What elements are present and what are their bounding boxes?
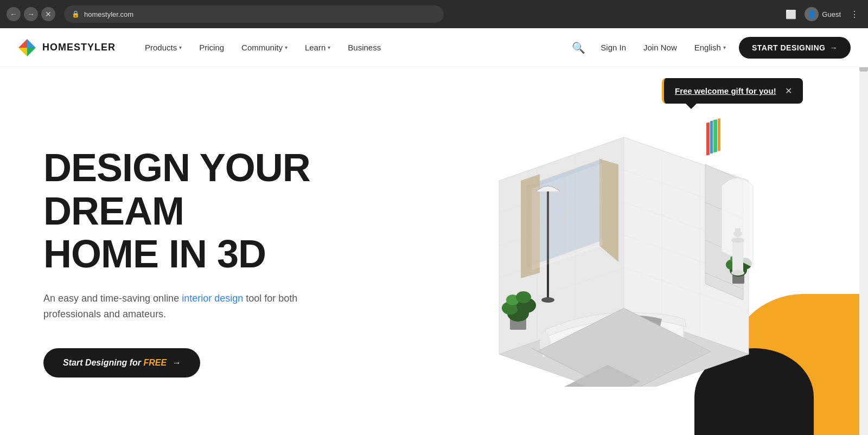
navbar: HOMESTYLER Products ▾ Pricing Community … [0, 28, 868, 67]
svg-marker-3 [18, 48, 27, 56]
chevron-down-icon-4: ▾ [723, 44, 726, 50]
svg-rect-56 [732, 240, 743, 273]
room-svg [456, 105, 792, 387]
hero-content: DESIGN YOUR DREAM HOME IN 3D An easy and… [43, 125, 412, 377]
language-button[interactable]: English ▾ [690, 41, 730, 54]
browser-nav-buttons: ← → ✕ [7, 7, 55, 21]
logo-icon [17, 38, 37, 57]
nav-right: 🔍 Sign In Join Now English ▾ START DESIG… [570, 37, 851, 59]
nav-pricing[interactable]: Pricing [192, 39, 232, 56]
guest-label: Guest [822, 10, 841, 18]
sign-in-button[interactable]: Sign In [596, 41, 630, 54]
lock-icon: 🔒 [72, 10, 80, 18]
browser-right-controls: ⬜ 👤 Guest ⋮ [784, 7, 861, 21]
tooltip-text[interactable]: Free welcome gift for you! [675, 86, 776, 95]
logo-text: HOMESTYLER [42, 42, 116, 53]
hero-section: DESIGN YOUR DREAM HOME IN 3D An easy and… [0, 67, 868, 435]
svg-marker-2 [27, 39, 36, 48]
start-designing-nav-button[interactable]: START DESIGNING → [739, 37, 851, 59]
svg-rect-41 [706, 122, 710, 155]
back-button[interactable]: ← [7, 7, 21, 21]
scrollbar[interactable] [859, 28, 868, 435]
cta-arrow-icon: → [172, 358, 181, 368]
svg-rect-43 [713, 119, 717, 152]
url-text: homestyler.com [84, 10, 133, 18]
svg-rect-44 [718, 118, 720, 151]
nav-products[interactable]: Products ▾ [137, 39, 189, 56]
join-now-button[interactable]: Join Now [639, 41, 681, 54]
close-button[interactable]: ✕ [41, 7, 55, 21]
svg-marker-1 [18, 39, 27, 48]
logo-link[interactable]: HOMESTYLER [17, 38, 116, 57]
guest-profile-button[interactable]: 👤 Guest [805, 7, 841, 21]
svg-point-30 [541, 297, 554, 303]
guest-avatar: 👤 [805, 7, 819, 21]
room-3d-illustration [401, 89, 846, 402]
svg-marker-4 [27, 48, 36, 56]
welcome-tooltip: Free welcome gift for you! ✕ [662, 78, 803, 104]
svg-rect-60 [735, 228, 741, 235]
tab-icon-button[interactable]: ⬜ [784, 7, 798, 21]
cta-button[interactable]: Start Designing for FREE → [43, 348, 200, 378]
svg-point-36 [516, 291, 531, 303]
tooltip-close-button[interactable]: ✕ [785, 86, 792, 96]
search-icon: 🔍 [572, 42, 585, 54]
hero-subtitle: An easy and time-saving online interior … [43, 291, 326, 322]
nav-community[interactable]: Community ▾ [234, 39, 295, 56]
svg-point-57 [731, 238, 744, 243]
nav-learn[interactable]: Learn ▾ [297, 39, 338, 56]
chevron-down-icon-2: ▾ [285, 44, 288, 50]
chevron-down-icon: ▾ [179, 44, 182, 50]
chevron-down-icon-3: ▾ [328, 44, 330, 50]
forward-button[interactable]: → [24, 7, 38, 21]
svg-marker-28 [599, 159, 618, 262]
hero-image-area: Free welcome gift for you! ✕ [401, 67, 868, 435]
address-bar[interactable]: 🔒 homestyler.com [64, 5, 444, 23]
svg-point-58 [731, 270, 744, 276]
browser-chrome: ← → ✕ 🔒 homestyler.com ⬜ 👤 Guest ⋮ [0, 0, 868, 28]
nav-business[interactable]: Business [340, 39, 388, 56]
nav-links: Products ▾ Pricing Community ▾ Learn ▾ B… [137, 39, 570, 56]
search-button[interactable]: 🔍 [570, 39, 588, 56]
browser-menu-button[interactable]: ⋮ [847, 7, 861, 21]
hero-title: DESIGN YOUR DREAM HOME IN 3D [43, 146, 412, 276]
svg-rect-42 [710, 120, 713, 153]
arrow-icon: → [830, 43, 838, 52]
